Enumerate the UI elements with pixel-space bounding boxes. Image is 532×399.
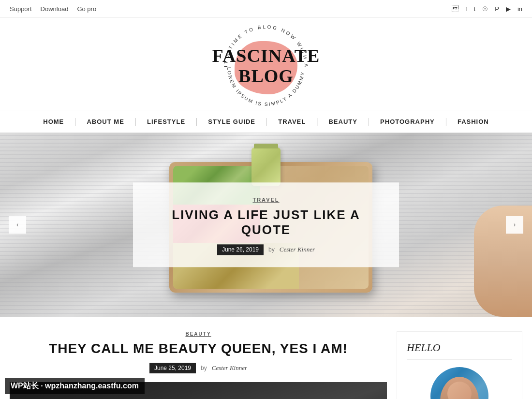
nav-home[interactable]: HOME — [32, 118, 74, 125]
hero-by-label: by — [268, 247, 275, 253]
pinterest-icon[interactable]: P — [495, 5, 499, 13]
article-category[interactable]: BEAUTY — [10, 331, 387, 337]
watermark: WP站长 · wpzhanzhang.eastfu.com — [5, 378, 145, 394]
svg-text:IT'S TIME TO BLOG NOW WITH A S: IT'S TIME TO BLOG NOW WITH A STYLE — [218, 19, 309, 68]
sidebar: HELLO — [397, 331, 522, 399]
svg-text:LOREM IPSUM IS SIMPLY A DUMMY: LOREM IPSUM IS SIMPLY A DUMMY — [226, 67, 306, 107]
youtube-icon[interactable]: ▶ — [506, 5, 511, 13]
social-icons:  f t ☉ P ▶ in — [452, 5, 522, 13]
slider-prev-button[interactable]: ‹ — [9, 216, 26, 234]
support-link[interactable]: Support — [10, 5, 32, 13]
top-bar: Support Download Go pro  f t ☉ P ▶ in — [0, 0, 532, 18]
twitter-icon[interactable]: t — [474, 5, 476, 13]
facebook-icon[interactable]:  — [452, 5, 458, 13]
instagram-icon[interactable]: ☉ — [482, 5, 488, 13]
logo[interactable]: IT'S TIME TO BLOG NOW WITH A STYLE LOREM… — [203, 28, 329, 105]
nav-beauty[interactable]: BEAUTY — [318, 118, 368, 125]
article-by-label: by — [201, 365, 207, 371]
linkedin-icon[interactable]: in — [517, 5, 522, 13]
article-title: THEY CALL ME BEAUTY QUEEN, YES I AM! — [10, 340, 387, 357]
nav-styleguide[interactable]: STYLE GUIDE — [197, 118, 266, 125]
gopro-link[interactable]: Go pro — [77, 5, 96, 13]
jar-decoration — [251, 148, 281, 186]
nav-fashion[interactable]: FASHION — [447, 118, 500, 125]
chevron-left-icon: ‹ — [16, 221, 19, 229]
logo-circle-text: IT'S TIME TO BLOG NOW WITH A STYLE LOREM… — [218, 19, 314, 116]
nav-travel[interactable]: TRAVEL — [267, 118, 316, 125]
top-bar-links: Support Download Go pro — [10, 5, 96, 13]
hero-author[interactable]: Cester Kinner — [280, 246, 315, 254]
hero-meta: June 26, 2019 by Cester Kinner — [157, 245, 375, 255]
hero-category[interactable]: TRAVEL — [157, 197, 375, 203]
sidebar-hello-title: HELLO — [407, 341, 512, 360]
arm-decoration — [474, 206, 532, 317]
nav-lifestyle[interactable]: LIFESTYLE — [136, 118, 196, 125]
slider-next-button[interactable]: › — [506, 216, 523, 234]
article-author[interactable]: Cester Kinner — [212, 364, 247, 372]
download-link[interactable]: Download — [41, 5, 69, 13]
hero-caption: TRAVEL LIVING A LIFE JUST LIKE A QUOTE J… — [133, 182, 399, 267]
nav-about[interactable]: ABOUT ME — [76, 118, 134, 125]
facebook-icon[interactable]: f — [465, 5, 467, 13]
nav-photography[interactable]: PHOTOGRAPHY — [369, 118, 445, 125]
article-meta: June 25, 2019 by Cester Kinner — [10, 363, 387, 373]
hero-slider: ‹ › TRAVEL LIVING A LIFE JUST LIKE A QUO… — [0, 133, 532, 317]
sidebar-hello-widget: HELLO — [397, 331, 522, 399]
chevron-right-icon: › — [514, 221, 516, 229]
header: IT'S TIME TO BLOG NOW WITH A STYLE LOREM… — [0, 18, 532, 110]
sidebar-avatar — [430, 367, 488, 399]
article-date: June 25, 2019 — [149, 363, 196, 373]
hero-date: June 26, 2019 — [217, 245, 264, 255]
hero-title: LIVING A LIFE JUST LIKE A QUOTE — [157, 207, 375, 237]
